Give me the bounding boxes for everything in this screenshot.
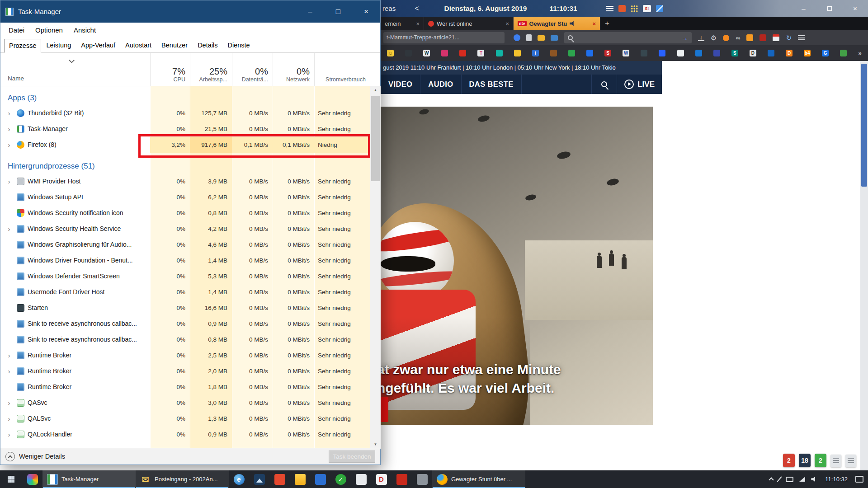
bookmark-favicon[interactable] [840, 50, 847, 56]
tm-tab-benutzer[interactable]: Benutzer [156, 38, 193, 52]
expand-chevron-icon[interactable]: › [5, 347, 13, 363]
browser-tab-wer-ist-online[interactable]: Wer ist online× [424, 17, 514, 30]
folder-yellow-icon[interactable] [538, 35, 545, 41]
process-row[interactable]: Windows Defender SmartScreen0%5,3 MB0 MB… [0, 268, 370, 284]
chevron-up-icon[interactable] [769, 477, 774, 482]
expand-chevron-icon[interactable]: › [5, 174, 13, 189]
process-row[interactable]: Windows Driver Foundation - Benut...0%1,… [0, 253, 370, 268]
taskbar-clock[interactable]: 11:10:32 [823, 476, 849, 483]
process-row[interactable]: ›Runtime Broker0%2,0 MB0 MB/s0 MBit/sSeh… [0, 363, 370, 379]
bookmarks-overflow-icon[interactable]: » [858, 50, 861, 56]
red-tile-icon[interactable] [760, 34, 766, 41]
minimize-button[interactable]: – [296, 0, 324, 23]
taskbar-task-task-manager[interactable]: Task-Manager [42, 470, 136, 488]
details-toggle[interactable]: Weniger Details [5, 452, 65, 461]
tm-scrollbar[interactable]: ▲ ▼ [370, 86, 381, 449]
browser-tab-emein[interactable]: emein× [381, 17, 424, 30]
bookmark-favicon[interactable]: T [477, 50, 484, 56]
new-tab-button[interactable]: + [600, 17, 614, 30]
site-search-button[interactable] [591, 75, 617, 94]
tab-close-icon[interactable]: × [416, 20, 420, 27]
tab-audio-icon[interactable] [570, 21, 576, 26]
tm-scrollbar-thumb[interactable] [371, 96, 380, 181]
close-button[interactable]: × [352, 0, 380, 23]
bookmark-favicon[interactable] [459, 50, 466, 56]
process-row[interactable]: ›QALSvc0%1,3 MB0 MB/s0 MBit/sSehr niedri… [0, 411, 370, 427]
bookmark-favicon[interactable] [641, 50, 647, 56]
taskbar-icon-colorful-app[interactable] [22, 470, 42, 488]
browser-tab-gewagter-stu[interactable]: ntvGewagter Stu× [514, 17, 600, 30]
network-icon[interactable] [799, 477, 805, 482]
taskbar-icon-red-app[interactable] [269, 470, 290, 488]
orange-dot-icon[interactable] [723, 35, 729, 41]
expand-chevron-icon[interactable]: › [5, 395, 13, 411]
bookmark-favicon[interactable] [514, 50, 521, 56]
bookmark-favicon[interactable]: W [623, 50, 629, 56]
page-scrollbar[interactable] [860, 61, 868, 470]
process-row[interactable]: Windows Setup API0%6,2 MB0 MB/s0 MBit/sS… [0, 189, 370, 205]
column-header-name[interactable]: Name [8, 75, 24, 82]
restore-button[interactable] [816, 0, 842, 17]
start-button[interactable] [0, 470, 22, 488]
nav-item-das-beste[interactable]: DAS BESTE [462, 75, 522, 94]
taskbar-icon-gray-app[interactable] [412, 470, 432, 488]
bookmark-favicon[interactable] [586, 50, 593, 56]
bookmark-favicon[interactable]: W [423, 50, 430, 56]
bookmark-favicon[interactable] [496, 50, 503, 56]
taskbar-icon-green-check[interactable] [330, 470, 351, 488]
process-row[interactable]: Starten0%16,6 MB0 MB/s0 MBit/sSehr niedr… [0, 300, 370, 316]
orange-tile-icon[interactable] [746, 34, 753, 41]
orange-tile-icon[interactable] [618, 5, 626, 12]
live-button[interactable]: LIVE [617, 75, 662, 94]
expand-chevron-icon[interactable]: › [5, 105, 13, 121]
refresh-icon[interactable] [786, 34, 792, 41]
download-icon[interactable] [698, 35, 704, 41]
bookmark-favicon[interactable] [768, 50, 774, 56]
process-row[interactable]: ›QASvc0%3,0 MB0 MB/s0 MBit/sSehr niedrig [0, 395, 370, 411]
column-header-mem[interactable]: 25%Arbeitssp... [190, 66, 232, 83]
bookmark-favicon[interactable] [568, 50, 575, 56]
process-row[interactable]: ›Thunderbird (32 Bit)0%125,7 MB0 MB/s0 M… [0, 105, 370, 121]
bookmark-favicon[interactable]: S [731, 50, 738, 56]
expand-chevron-icon[interactable]: › [5, 221, 13, 237]
process-row[interactable]: Runtime Broker0%1,8 MB0 MB/s0 MBit/sSehr… [0, 379, 370, 395]
bookmark-favicon[interactable]: S [604, 50, 611, 56]
expand-chevron-icon[interactable]: › [5, 121, 13, 137]
bookmark-favicon[interactable] [677, 50, 684, 56]
search-bar[interactable]: → [564, 32, 692, 43]
process-row[interactable]: ›Windows Security Health Service0%4,2 MB… [0, 221, 370, 237]
taskbar-task-posteingang-2002an[interactable]: Posteingang - 2002An... [136, 470, 229, 488]
tm-tab-app-verlauf[interactable]: App-Verlauf [76, 38, 120, 52]
tm-tab-details[interactable]: Details [193, 38, 222, 52]
calendar-icon[interactable] [773, 34, 779, 41]
display-icon[interactable] [786, 477, 793, 482]
tm-tab-autostart[interactable]: Autostart [120, 38, 156, 52]
process-row[interactable]: Windows Security notification icon0%0,8 … [0, 205, 370, 221]
bookmark-favicon[interactable] [695, 50, 702, 56]
menu-lines-icon[interactable] [606, 6, 613, 11]
video-player[interactable]: at zwar nur etwa eine Minute ngefühlt. E… [381, 107, 653, 425]
taskbar-icon-blue-app[interactable] [310, 470, 330, 488]
process-row[interactable]: Windows Graphisolierung für Audio...0%4,… [0, 237, 370, 253]
bookmark-favicon[interactable]: G [822, 50, 829, 56]
reader-icon[interactable] [526, 34, 532, 41]
taskbar-icon-red-square[interactable] [392, 470, 412, 488]
process-row[interactable]: Sink to receive asynchronous callbac...0… [0, 332, 370, 347]
menu-item-ansicht[interactable]: Ansicht [68, 26, 101, 34]
folder-blue-icon[interactable] [551, 35, 558, 41]
search-go-arrow[interactable]: → [681, 34, 688, 42]
action-center-icon[interactable] [855, 476, 863, 483]
minimize-button[interactable]: – [791, 0, 816, 17]
expand-chevron-icon[interactable]: › [5, 137, 13, 153]
tm-tab-leistung[interactable]: Leistung [41, 38, 76, 52]
taskbar-icon-white-app[interactable] [351, 470, 371, 488]
taskbar-icon-edge[interactable] [229, 470, 249, 488]
page-scrollbar-thumb[interactable] [861, 64, 867, 187]
infinity-icon[interactable] [736, 35, 740, 41]
taskbar-icon-photos[interactable] [249, 470, 269, 488]
tm-tab-dienste[interactable]: Dienste [222, 38, 255, 52]
column-header-disk[interactable]: 0%Datenträ... [232, 66, 273, 83]
bookmark-favicon[interactable]: b4 [804, 50, 811, 56]
url-bar[interactable]: t-Mammut-Treppe-article21... [383, 32, 505, 43]
column-header-net[interactable]: 0%Netzwerk [273, 66, 314, 83]
